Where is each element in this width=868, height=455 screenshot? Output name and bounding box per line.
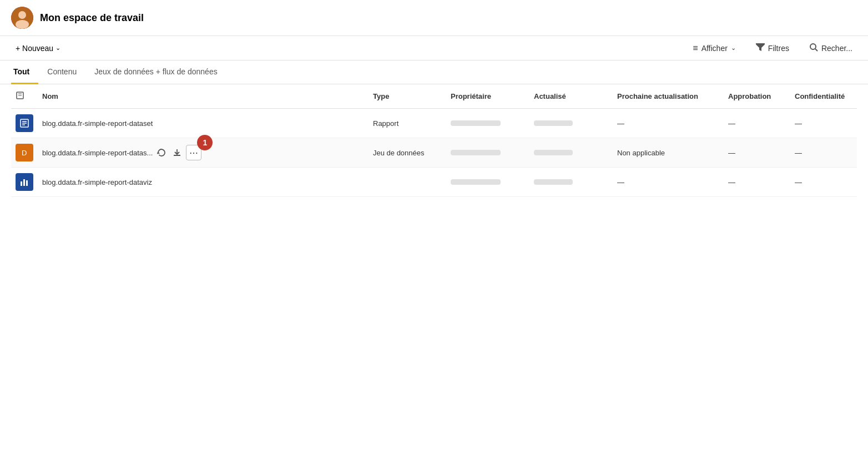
afficher-chevron: ⌄ (731, 44, 736, 52)
col-header-icon (11, 84, 38, 109)
afficher-button[interactable]: ≡ Afficher ⌄ (688, 41, 740, 55)
svg-point-1 (18, 11, 26, 19)
row1-owner (446, 109, 529, 138)
new-button[interactable]: + Nouveau ⌄ (11, 42, 65, 55)
row2-name-actions: blog.ddata.fr-simple-report-datas... ⋯ (42, 145, 364, 160)
afficher-icon: ≡ (693, 43, 698, 53)
row3-approbation: — (724, 168, 790, 197)
refresh-button[interactable] (155, 146, 168, 159)
filtres-icon (756, 43, 765, 53)
col-header-type: Type (369, 84, 446, 109)
new-button-label: + Nouveau (16, 44, 53, 53)
table-row: blog.ddata.fr-simple-report-dataviz — — … (11, 168, 857, 197)
dataset-icon: D (16, 144, 33, 161)
step1-badge: 1 (197, 135, 213, 150)
col-header-name: Nom (38, 84, 369, 109)
afficher-label: Afficher (702, 44, 728, 53)
row1-updated (529, 109, 613, 138)
tab-tout[interactable]: Tout (11, 60, 38, 84)
more-button-container: ⋯ 1 (186, 145, 201, 160)
filtres-button[interactable]: Filtres (751, 41, 794, 55)
rechercher-label: Recher... (821, 44, 852, 53)
row1-confidentialite: — (790, 109, 857, 138)
svg-rect-17 (26, 180, 28, 186)
tabs: Tout Contenu Jeux de données + flux de d… (0, 60, 868, 84)
row2-icon-cell: D (11, 138, 38, 168)
row3-icon-cell (11, 168, 38, 197)
tab-contenu[interactable]: Contenu (38, 60, 85, 84)
row2-type: Jeu de données (369, 138, 446, 168)
row1-type: Rapport (369, 109, 446, 138)
svg-point-2 (16, 20, 29, 29)
step1-callout: 1 (197, 135, 213, 150)
header: Mon espace de travail (0, 0, 868, 36)
row1-icon-cell (11, 109, 38, 138)
avatar (11, 7, 33, 29)
col-header-prochaine: Prochaine actualisation (613, 84, 724, 109)
row3-name[interactable]: blog.ddata.fr-simple-report-dataviz (38, 168, 369, 197)
row3-updated (529, 168, 613, 197)
new-dropdown-icon: ⌄ (55, 44, 60, 52)
row2-prochaine: Non applicable (613, 138, 724, 168)
row1-name[interactable]: blog.ddata.fr-simple-report-dataset (38, 109, 369, 138)
filtres-label: Filtres (768, 44, 789, 53)
col-header-actualise: Actualisé (529, 84, 613, 109)
svg-rect-15 (21, 181, 22, 186)
svg-rect-13 (174, 155, 180, 156)
col-header-confidentialite: Confidentialité (790, 84, 857, 109)
row2-owner (446, 138, 529, 168)
main-content: Nom Type Propriétaire Actualisé Prochain… (0, 84, 868, 197)
svg-line-4 (815, 49, 817, 51)
items-table: Nom Type Propriétaire Actualisé Prochain… (11, 84, 857, 197)
download-button[interactable] (170, 146, 184, 159)
svg-text:D: D (22, 149, 27, 157)
toolbar: + Nouveau ⌄ ≡ Afficher ⌄ Filtres Recher.… (0, 36, 868, 60)
svg-point-3 (810, 44, 816, 49)
row1-approbation: — (724, 109, 790, 138)
rechercher-button[interactable]: Recher... (805, 41, 857, 55)
svg-rect-16 (23, 179, 25, 186)
row2-confidentialite: — (790, 138, 857, 168)
toolbar-right: ≡ Afficher ⌄ Filtres Recher... (688, 41, 857, 55)
row2-updated (529, 138, 613, 168)
row3-prochaine: — (613, 168, 724, 197)
row2-approbation: — (724, 138, 790, 168)
row3-confidentialite: — (790, 168, 857, 197)
row2-name[interactable]: blog.ddata.fr-simple-report-datas... ⋯ (38, 138, 369, 168)
col-header-proprietaire: Propriétaire (446, 84, 529, 109)
dataviz-icon (16, 173, 33, 191)
search-icon (809, 43, 818, 53)
tab-jeux[interactable]: Jeux de données + flux de données (85, 60, 226, 84)
workspace-title: Mon espace de travail (40, 12, 144, 24)
row3-type (369, 168, 446, 197)
row3-owner (446, 168, 529, 197)
table-row: blog.ddata.fr-simple-report-dataset Rapp… (11, 109, 857, 138)
row1-prochaine: — (613, 109, 724, 138)
report-icon (16, 114, 33, 132)
col-header-approbation: Approbation (724, 84, 790, 109)
table-row: D blog.ddata.fr-simple-report-datas... (11, 138, 857, 168)
